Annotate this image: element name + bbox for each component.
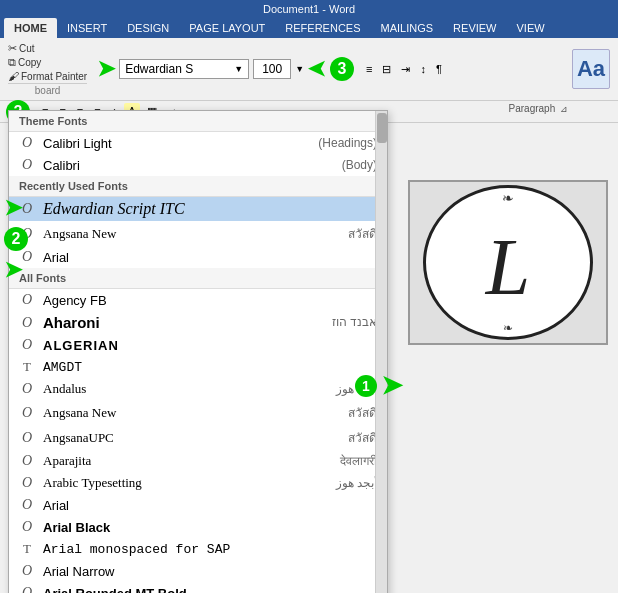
font-item-arial-rounded[interactable]: O Arial Rounded MT Bold — [9, 582, 387, 593]
font-icon-amgdt: T — [19, 359, 35, 375]
dropdown-scrollbar[interactable] — [375, 111, 387, 593]
aa-label: Aa — [577, 56, 605, 82]
font-icon-algerian: O — [19, 337, 35, 353]
tab-insert[interactable]: INSERT — [57, 18, 117, 38]
font-icon-angsanaupc: O — [19, 430, 35, 446]
aa-styles-button[interactable]: Aa — [572, 49, 610, 89]
font-item-angsana-all[interactable]: O Angsana New สวัสดี — [9, 400, 387, 425]
font-preview-arabic: أبجد هوز — [336, 476, 377, 491]
font-name-aparajita: Aparajita — [43, 453, 332, 469]
font-size-box[interactable]: 100 — [253, 59, 291, 79]
theme-fonts-header: Theme Fonts — [9, 111, 387, 132]
font-preview-angsanaupc: สวัสดี — [348, 428, 377, 447]
tab-view[interactable]: VIEW — [507, 18, 555, 38]
pilcrow-button[interactable]: ¶ — [432, 61, 446, 78]
format-painter-label: Format Painter — [21, 71, 87, 82]
annotation-arrow-1-container: 1 ➤ — [355, 370, 403, 401]
font-size-dropdown-arrow[interactable]: ▼ — [295, 64, 304, 74]
badge-1: 1 — [355, 375, 377, 397]
sort-button[interactable]: ↕ — [416, 61, 430, 78]
font-preview-body: (Body) — [342, 158, 377, 172]
font-icon-angsana-all: O — [19, 405, 35, 421]
font-name-arial-rounded: Arial Rounded MT Bold — [43, 586, 377, 594]
font-name-andalus: Andalus — [43, 381, 328, 397]
font-icon-arial-black: O — [19, 519, 35, 535]
all-fonts-header: All Fonts — [9, 268, 387, 289]
font-item-arial-black[interactable]: O Arial Black — [9, 516, 387, 538]
format-painter-button[interactable]: 🖌 Format Painter — [8, 70, 87, 82]
font-icon-arabic: O — [19, 475, 35, 491]
font-item-arial-recent[interactable]: O Arial — [9, 246, 387, 268]
font-name-angsana-recent: Angsana New — [43, 226, 340, 242]
font-name-arabic: Arabic Typesetting — [43, 475, 328, 491]
font-name-arial-all: Arial — [43, 498, 377, 513]
font-preview-angsana-recent: สวัสดี — [348, 224, 377, 243]
font-item-amgdt[interactable]: T AMGDT — [9, 356, 387, 378]
font-name-algerian: ALGERIAN — [43, 338, 377, 353]
cut-button[interactable]: ✂ Cut — [8, 42, 87, 55]
scrollbar-handle[interactable] — [377, 113, 387, 143]
font-item-aharoni[interactable]: O Aharoni אבנד הוז — [9, 311, 387, 334]
font-dropdown-arrow[interactable]: ▼ — [234, 64, 243, 74]
font-name-arial-black: Arial Black — [43, 520, 377, 535]
title-text: Document1 - Word — [263, 3, 355, 15]
font-icon-arial-narrow: O — [19, 563, 35, 579]
font-item-andalus[interactable]: O Andalus أبجد هوز — [9, 378, 387, 400]
font-name-box[interactable]: Edwardian S ▼ — [119, 59, 249, 79]
font-item-agency[interactable]: O Agency FB — [9, 289, 387, 311]
tab-mailings[interactable]: MAILINGS — [371, 18, 444, 38]
board-label: board — [8, 83, 87, 96]
font-item-calibri-light[interactable]: O Calibri Light (Headings) — [9, 132, 387, 154]
font-icon-calibri-light: O — [19, 135, 35, 151]
font-name-calibri: Calibri — [43, 158, 334, 173]
numbering-button[interactable]: ⊟ — [378, 61, 395, 78]
font-item-arial-mono[interactable]: T Arial monospaced for SAP — [9, 538, 387, 560]
monogram-container: ❧ ❧ L — [408, 180, 608, 345]
font-icon-arial-rounded: O — [19, 585, 35, 593]
copy-button[interactable]: ⧉ Copy — [8, 56, 87, 69]
format-buttons: ≡ ⊟ ⇥ ↕ ¶ — [362, 61, 446, 78]
font-preview-angsana-all: สวัสดี — [348, 403, 377, 422]
badge-3: 3 — [330, 57, 354, 81]
font-preview-aparajita: देवलागरी — [340, 454, 377, 468]
tab-references[interactable]: REFERENCES — [275, 18, 370, 38]
badge-2-left: 2 — [4, 227, 28, 251]
font-item-arial-narrow[interactable]: O Arial Narrow — [9, 560, 387, 582]
font-item-arial-all[interactable]: O Arial — [9, 494, 387, 516]
copy-label: Copy — [18, 57, 41, 68]
tab-page-layout[interactable]: PAGE LAYOUT — [179, 18, 275, 38]
font-item-edwardian[interactable]: O Edwardian Script ITC — [9, 197, 387, 221]
arrow-1-icon: ➤ — [381, 370, 403, 401]
tab-design[interactable]: DESIGN — [117, 18, 179, 38]
recently-used-label: Recently Used Fonts — [19, 180, 128, 192]
bullets-button[interactable]: ≡ — [362, 61, 376, 78]
font-name-agency: Agency FB — [43, 293, 377, 308]
font-item-angsana-recent[interactable]: O Angsana New สวัสดี — [9, 221, 387, 246]
font-preview-aharoni: אבנד הוז — [332, 315, 377, 330]
font-name-amgdt: AMGDT — [43, 360, 377, 375]
font-item-aparajita[interactable]: O Aparajita देवलागरी — [9, 450, 387, 472]
tab-review[interactable]: REVIEW — [443, 18, 506, 38]
monogram-frame: ❧ ❧ L — [423, 185, 593, 340]
font-item-algerian[interactable]: O ALGERIAN — [9, 334, 387, 356]
font-name-value: Edwardian S — [125, 62, 193, 76]
arrow-to-font: ➤ — [97, 56, 115, 82]
font-size-value: 100 — [262, 62, 282, 76]
font-item-arabic[interactable]: O Arabic Typesetting أبجد هوز — [9, 472, 387, 494]
font-name-aharoni: Aharoni — [43, 314, 324, 331]
tab-home[interactable]: HOME — [4, 18, 57, 38]
monogram-ornament-bottom: ❧ — [503, 321, 513, 335]
indent-button[interactable]: ⇥ — [397, 61, 414, 78]
annotation-2-container: ➤ 2 ➤ — [4, 195, 28, 283]
arrow-2-bottom-icon: ➤ — [4, 257, 28, 283]
title-bar: Document1 - Word — [0, 0, 618, 18]
font-name-calibri-light: Calibri Light — [43, 136, 310, 151]
arrow-2-top-icon: ➤ — [4, 195, 28, 221]
font-item-calibri[interactable]: O Calibri (Body) — [9, 154, 387, 176]
font-item-angsanaupc[interactable]: O AngsanaUPC สวัสดี — [9, 425, 387, 450]
font-name-arial-mono: Arial monospaced for SAP — [43, 542, 377, 557]
font-icon-agency: O — [19, 292, 35, 308]
font-name-arial-narrow: Arial Narrow — [43, 564, 377, 579]
font-name-angsanaupc: AngsanaUPC — [43, 430, 340, 446]
font-icon-arial-mono: T — [19, 541, 35, 557]
